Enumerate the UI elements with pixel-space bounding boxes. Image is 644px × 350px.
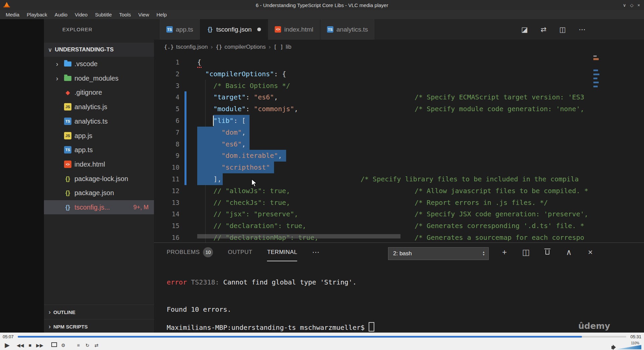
next-button[interactable]: ▶▶ <box>35 343 44 348</box>
volume-wedge <box>616 345 641 349</box>
sidebar-item-vscode[interactable]: ›.vscode <box>44 57 154 71</box>
code-line-4[interactable]: 4 "target": "es6",/* Specify ECMAScript … <box>154 91 644 103</box>
sidebar-item-node-modules[interactable]: ›node_modules <box>44 71 154 85</box>
menu-subtitle[interactable]: Subtitle <box>91 10 115 19</box>
code-line-8[interactable]: 8 "es6", <box>154 138 644 150</box>
menu-tools[interactable]: Tools <box>115 10 135 19</box>
sidebar-item-gitignore[interactable]: ◆.gitignore <box>44 85 154 99</box>
sidebar-item-app-js[interactable]: JSapp.js <box>44 129 154 143</box>
tsconfig-icon: {} <box>64 204 71 211</box>
symbol-icon: {.} <box>164 44 174 50</box>
minimize-icon[interactable]: ∨ <box>623 3 626 8</box>
tab-tsconfig-json[interactable]: {}tsconfig.json <box>200 19 268 40</box>
extended-settings-button[interactable]: ⚙ <box>59 343 68 348</box>
code-line-11[interactable]: 11 ],/* Specify library files to be incl… <box>154 173 644 185</box>
editor-main: TSapp.ts{}tsconfig.json<>index.htmlTSana… <box>154 19 644 333</box>
breadcrumb-item-compileroptions[interactable]: {}compilerOptions <box>216 44 266 50</box>
menu-view[interactable]: View <box>135 10 153 19</box>
tab-app-ts[interactable]: TSapp.ts <box>160 19 200 40</box>
sidebar-item-analytics-js[interactable]: JSanalytics.js <box>44 100 154 114</box>
code-line-14[interactable]: 14 // "jsx": "preserve",/* Specify JSX c… <box>154 208 644 220</box>
mouse-pointer-icon <box>250 178 259 188</box>
sidebar-item-index-html[interactable]: <>index.html <box>44 157 154 171</box>
sidebar-item-package-lock-json[interactable]: {}package-lock.json <box>44 172 154 186</box>
sidebar-item-package-json[interactable]: {}package.json <box>44 186 154 200</box>
horizontal-scrollbar[interactable] <box>197 234 400 238</box>
code-line-3[interactable]: 3 /* Basic Options */ <box>154 80 644 92</box>
minimap[interactable] <box>593 54 601 243</box>
tab-analytics-ts[interactable]: TSanalytics.ts <box>320 19 375 40</box>
split-editor-icon[interactable]: ◫ <box>559 26 566 34</box>
line-number: 10 <box>154 162 179 173</box>
fullscreen-button[interactable] <box>50 342 59 348</box>
code-text: "scripthost" <box>197 162 270 173</box>
video-area[interactable]: EXPLORER ∨ UNDERSTANDING-TS ›.vscode›nod… <box>0 19 644 333</box>
code-text: "dom.iterable", <box>197 150 282 162</box>
code-line-9[interactable]: 9 "dom.iterable", <box>154 150 644 162</box>
trailing-comment: /* Report errors in .js files. */ <box>415 197 548 209</box>
file-label: app.ts <box>74 146 93 154</box>
file-label: package.json <box>74 189 114 197</box>
more-actions-icon[interactable]: ⋯ <box>579 26 586 34</box>
section-outline[interactable]: ›OUTLINE <box>44 305 154 319</box>
sidebar-item-app-ts[interactable]: TSapp.ts <box>44 143 154 157</box>
elapsed-time: 05:07 <box>3 334 14 339</box>
file-label: package-lock.json <box>74 175 128 183</box>
workspace-root-row[interactable]: ∨ UNDERSTANDING-TS <box>44 43 154 57</box>
chevron-right-icon: › <box>44 60 64 68</box>
code-line-15[interactable]: 15 // "declaration": true,/* Generates c… <box>154 220 644 232</box>
code-text: { <box>197 56 201 68</box>
menu-video[interactable]: Video <box>71 10 91 19</box>
code-line-6[interactable]: 6 "lib": [ <box>154 115 644 127</box>
tab-index-html[interactable]: <>index.html <box>268 19 320 40</box>
code-line-10[interactable]: 10 "scripthost" <box>154 162 644 173</box>
file-label: .gitignore <box>74 89 102 96</box>
file-label: analytics.ts <box>74 118 108 125</box>
menu-media[interactable]: Media <box>2 10 23 19</box>
menu-help[interactable]: Help <box>153 10 171 19</box>
line-number: 15 <box>154 220 179 232</box>
workspace-root-label: UNDERSTANDING-TS <box>55 46 113 53</box>
sidebar-item-tsconfig-js[interactable]: {}tsconfig.js...9+, M <box>44 200 154 214</box>
playlist-button[interactable]: ≡ <box>74 343 83 348</box>
json-icon: {} <box>64 189 71 196</box>
line-number: 9 <box>154 150 179 162</box>
line-number: 11 <box>154 173 179 185</box>
minimap-mark <box>593 78 597 79</box>
line-number: 12 <box>154 185 179 197</box>
compare-icon[interactable]: ⇄ <box>541 26 547 34</box>
loop-button[interactable]: ↻ <box>83 343 92 348</box>
play-button[interactable]: ▶ <box>3 341 12 349</box>
breadcrumb-item-lib[interactable]: [ ]lib <box>274 44 291 50</box>
speaker-icon <box>611 346 614 349</box>
terminal-line: Maximilians-MBP:understanding-ts mschwar… <box>167 322 374 332</box>
random-button[interactable]: ⇄ <box>92 343 101 348</box>
terminal-output[interactable]: error TS2318: Cannot find global type 'S… <box>167 243 644 333</box>
close-icon[interactable]: × <box>637 3 640 8</box>
open-changes-icon[interactable]: ◪ <box>521 26 528 34</box>
seek-progress <box>18 336 582 338</box>
code-line-2[interactable]: 2 "compilerOptions": { <box>154 68 644 80</box>
maximize-icon[interactable]: ◇ <box>630 3 633 8</box>
code-line-5[interactable]: 5 "module": "commonjs",/* Specify module… <box>154 103 644 115</box>
file-label: tsconfig.js... <box>74 204 110 211</box>
code-line-13[interactable]: 13 // "checkJs": true,/* Report errors i… <box>154 197 644 209</box>
line-number: 5 <box>154 103 179 115</box>
section-npm-scripts[interactable]: ›NPM SCRIPTS <box>44 319 154 334</box>
code-line-1[interactable]: 1{ <box>154 56 644 68</box>
menu-audio[interactable]: Audio <box>51 10 71 19</box>
previous-button[interactable]: ◀◀ <box>16 343 25 348</box>
menu-playback[interactable]: Playback <box>23 10 51 19</box>
code-line-7[interactable]: 7 "dom", <box>154 127 644 138</box>
html-icon: <> <box>64 161 71 168</box>
line-number: 16 <box>154 232 179 243</box>
volume-slider[interactable]: 110% <box>616 342 641 350</box>
line-number: 13 <box>154 197 179 209</box>
code-line-12[interactable]: 12 // "allowJs": true,/* Allow javascrip… <box>154 185 644 197</box>
sidebar-item-analytics-ts[interactable]: TSanalytics.ts <box>44 114 154 128</box>
seek-slider[interactable] <box>18 336 627 338</box>
stop-button[interactable]: ■ <box>25 343 35 348</box>
line-number: 8 <box>154 138 179 150</box>
code-editor[interactable]: 1{2 "compilerOptions": {3 /* Basic Optio… <box>154 54 644 243</box>
breadcrumb-item-tsconfig-json[interactable]: {.}tsconfig.json <box>164 44 208 50</box>
